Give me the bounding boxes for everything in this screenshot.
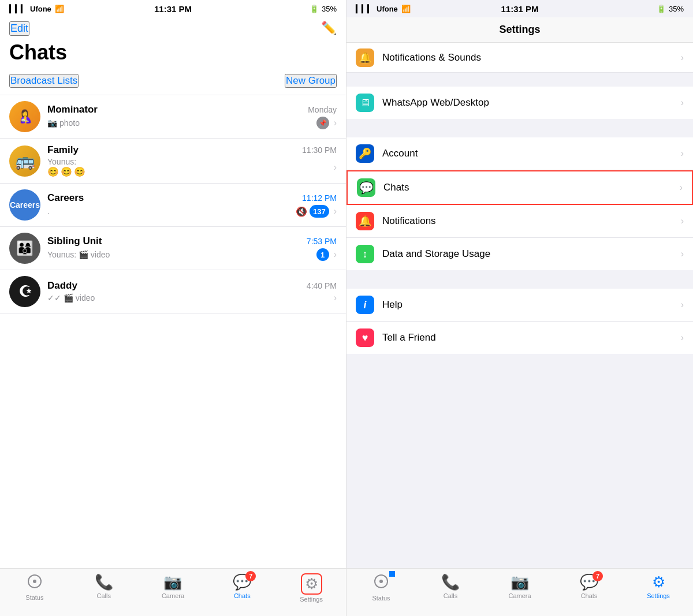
page-title: Chats xyxy=(0,38,346,69)
list-item[interactable]: 🤱 Mominator Monday 📷 photo 📌 › xyxy=(0,95,346,139)
notifications-label: Notifications xyxy=(382,215,681,227)
notifications-sounds-icon: 🔔 xyxy=(356,48,374,67)
data-storage-icon: ↕️ xyxy=(356,245,374,263)
chevron-right-icon: › xyxy=(681,249,684,259)
chat-preview-emojis: 😊😊😊 xyxy=(47,166,85,177)
camera-tab-label: Camera xyxy=(162,592,184,599)
status-tab-label: Status xyxy=(372,595,390,602)
chevron-right-icon: › xyxy=(681,300,684,310)
list-item[interactable]: ☪ Daddy 4:40 PM ✓✓ 🎬 video › xyxy=(0,270,346,313)
settings-title: Settings xyxy=(499,24,540,36)
right-panel: ▎▎▎ Ufone 📶 11:31 PM 🔋 35% Settings 🔔 No… xyxy=(346,0,693,616)
avatar: 👨‍👩‍👦 xyxy=(9,233,40,264)
broadcast-lists-button[interactable]: Broadcast Lists xyxy=(9,74,79,88)
settings-content: 🔔 Notifications & Sounds › 🖥 WhatsApp We… xyxy=(346,43,693,568)
right-tab-calls[interactable]: 📞 Calls xyxy=(416,573,485,599)
settings-group-help: i Help › ♥ Tell a Friend › xyxy=(346,289,693,354)
settings-row-data-storage[interactable]: ↕️ Data and Storage Usage › xyxy=(346,238,693,270)
tab-calls[interactable]: 📞 Calls xyxy=(69,573,139,599)
data-storage-label: Data and Storage Usage xyxy=(382,248,681,260)
chat-name: Mominator xyxy=(47,104,98,115)
left-battery: 🔋 35% xyxy=(310,5,337,13)
left-carrier: ▎▎▎ Ufone 📶 xyxy=(9,5,64,13)
right-battery-pct: 35% xyxy=(669,5,684,13)
chat-content: Daddy 4:40 PM ✓✓ 🎬 video › xyxy=(47,280,337,303)
section-spacer xyxy=(346,359,693,372)
chat-time: 11:12 PM xyxy=(302,193,337,203)
list-item[interactable]: 👨‍👩‍👦 Sibling Unit 7:53 PM Younus: 🎬 vid… xyxy=(0,227,346,270)
compose-icon[interactable]: ✏️ xyxy=(321,21,337,36)
section-spacer xyxy=(346,275,693,289)
chat-indicators: › xyxy=(331,162,337,173)
chats-tab-icon: 💬 7 xyxy=(233,573,251,591)
tab-status[interactable]: Status xyxy=(0,573,69,601)
edit-button[interactable]: Edit xyxy=(9,21,29,36)
signal-icon: ▎▎▎ xyxy=(356,5,373,13)
chats-tab-badge: 7 xyxy=(245,571,256,581)
chevron-right-icon: › xyxy=(681,148,684,159)
camera-tab-icon: 📷 xyxy=(163,573,182,591)
new-group-button[interactable]: New Group xyxy=(285,74,337,88)
tab-chats[interactable]: 💬 7 Chats xyxy=(207,573,277,599)
settings-nav: Settings xyxy=(346,17,693,43)
right-status-bar: ▎▎▎ Ufone 📶 11:31 PM 🔋 35% xyxy=(346,0,693,17)
chats-tab-badge: 7 xyxy=(593,571,603,581)
chevron-right-icon: › xyxy=(334,118,337,128)
right-tab-camera[interactable]: 📷 Camera xyxy=(485,573,554,599)
settings-row-whatsapp-web[interactable]: 🖥 WhatsApp Web/Desktop › xyxy=(346,87,693,119)
pin-icon: 📌 xyxy=(316,117,329,129)
account-label: Account xyxy=(382,148,681,159)
section-spacer xyxy=(346,73,693,87)
settings-row-help[interactable]: i Help › xyxy=(346,289,693,322)
left-panel: ▎▎▎ Ufone 📶 11:31 PM 🔋 35% Edit ✏️ Chats… xyxy=(0,0,346,616)
right-tab-status[interactable]: Status xyxy=(346,573,416,602)
chevron-right-icon: › xyxy=(681,53,684,63)
settings-row-tell-friend[interactable]: ♥ Tell a Friend › xyxy=(346,322,693,354)
camera-tab-icon: 📷 xyxy=(511,573,529,591)
unread-badge: 137 xyxy=(310,205,329,218)
tab-settings[interactable]: ⚙ Settings xyxy=(277,573,346,603)
left-carrier-name: Ufone xyxy=(30,5,51,13)
chat-preview: . xyxy=(47,207,50,216)
tell-friend-icon: ♥ xyxy=(356,328,374,347)
chat-content: Mominator Monday 📷 photo 📌 › xyxy=(47,104,337,129)
chat-name: Careers xyxy=(47,192,84,204)
camera-tab-label: Camera xyxy=(508,592,531,599)
chats-settings-label: Chats xyxy=(383,182,680,193)
chats-tab-label: Chats xyxy=(581,592,598,599)
list-item[interactable]: 🚌 Family 11:30 PM Younus: 😊😊😊 › xyxy=(0,139,346,184)
calls-tab-label: Calls xyxy=(96,592,110,599)
settings-row-chats[interactable]: 💬 Chats › xyxy=(346,170,693,205)
left-tab-bar: Status 📞 Calls 📷 Camera 💬 7 Chats ⚙ Sett… xyxy=(0,568,346,616)
settings-row-account[interactable]: 🔑 Account › xyxy=(346,137,693,170)
signal-icon: ▎▎▎ xyxy=(9,5,27,13)
partial-top-item[interactable]: 🔔 Notifications & Sounds › xyxy=(346,43,693,73)
list-item[interactable]: Careers Careers 11:12 PM . 🔇 137 › xyxy=(0,184,346,227)
left-battery-pct: 35% xyxy=(322,5,337,13)
settings-row-notifications[interactable]: 🔔 Notifications › xyxy=(346,205,693,238)
chat-indicators: 1 › xyxy=(316,248,337,261)
whatsapp-web-icon: 🖥 xyxy=(356,94,374,112)
chat-time: 4:40 PM xyxy=(307,281,337,290)
whatsapp-web-label: WhatsApp Web/Desktop xyxy=(382,97,681,109)
help-label: Help xyxy=(382,299,681,311)
chat-list: 🤱 Mominator Monday 📷 photo 📌 › 🚌 xyxy=(0,95,346,568)
chevron-right-icon: › xyxy=(680,182,683,193)
chat-content: Careers 11:12 PM . 🔇 137 › xyxy=(47,192,337,218)
avatar: 🚌 xyxy=(9,145,40,177)
right-tab-bar: Status 📞 Calls 📷 Camera 💬 7 Chats ⚙ Sett… xyxy=(346,568,693,616)
status-tab-icon xyxy=(373,573,389,593)
settings-group-main: 🔑 Account › 💬 Chats › 🔔 Notifications › … xyxy=(346,137,693,270)
chat-content: Sibling Unit 7:53 PM Younus: 🎬 video 1 › xyxy=(47,236,337,261)
unread-badge: 1 xyxy=(316,248,329,261)
right-battery: 🔋 35% xyxy=(657,5,684,13)
chevron-right-icon: › xyxy=(681,216,684,226)
broadcast-row: Broadcast Lists New Group xyxy=(0,69,346,95)
right-tab-chats[interactable]: 💬 7 Chats xyxy=(554,573,624,599)
calls-tab-icon: 📞 xyxy=(441,573,460,591)
right-tab-settings[interactable]: ⚙ Settings xyxy=(624,573,693,599)
chevron-right-icon: › xyxy=(334,162,337,173)
tell-friend-label: Tell a Friend xyxy=(382,332,681,344)
tab-camera[interactable]: 📷 Camera xyxy=(139,573,208,599)
chevron-right-icon: › xyxy=(334,249,337,260)
